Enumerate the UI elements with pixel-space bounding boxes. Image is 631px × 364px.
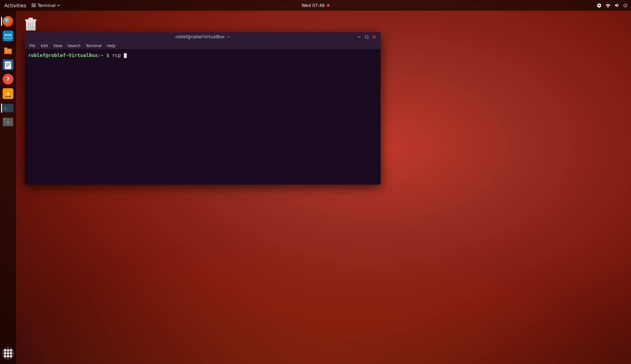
chevron-down-icon (57, 5, 60, 6)
terminal-menu-icon (32, 4, 36, 7)
svg-rect-24 (365, 36, 368, 38)
menu-file[interactable]: File (27, 43, 37, 48)
sidebar-item-amazon[interactable]: a (2, 87, 14, 100)
show-apps-grid (2, 347, 14, 360)
network-icon[interactable] (605, 3, 611, 7)
power-icon[interactable] (623, 3, 628, 8)
terminal-window: roblef@roblef-VirtualBox: ~ File E (25, 32, 381, 185)
volume-icon[interactable] (614, 3, 619, 8)
notification-dot (327, 4, 330, 7)
svg-text:$_: $_ (4, 106, 9, 111)
terminal-app-menu[interactable]: Terminal (32, 3, 60, 8)
amazon-icon: a (3, 88, 13, 99)
sidebar-item-writer[interactable] (2, 58, 14, 71)
activities-button[interactable]: Activities (3, 3, 27, 8)
prompt-user: roblef@roblef-VirtualBox (28, 52, 98, 58)
window-minimize-button[interactable] (355, 33, 363, 41)
sidebar-item-screenshot[interactable] (2, 116, 14, 129)
topbar-clock[interactable]: Wed 07:48 (301, 3, 329, 8)
menu-edit[interactable]: Edit (39, 43, 50, 48)
sidebar-item-help[interactable]: ? (2, 73, 14, 86)
prompt-dollar: $ (104, 52, 112, 58)
firefox-icon (3, 16, 13, 27)
desktop: Activities Terminal Wed 07:48 (0, 0, 631, 364)
topbar: Activities Terminal Wed 07:48 (0, 0, 631, 11)
sidebar-item-files[interactable] (2, 44, 14, 57)
svg-rect-7 (5, 62, 11, 69)
window-close-button[interactable] (370, 33, 378, 41)
svg-rect-0 (32, 4, 36, 4)
sidebar-item-firefox[interactable] (2, 15, 14, 28)
svg-rect-19 (29, 18, 33, 20)
help-icon: ? (3, 74, 13, 85)
svg-rect-4 (3, 30, 13, 41)
files-icon (3, 45, 13, 56)
menu-search[interactable]: Search (66, 43, 83, 48)
terminal-icon: $_ (3, 104, 13, 112)
sidebar-item-terminal[interactable]: $_ (2, 102, 14, 114)
terminal-cursor (124, 53, 127, 58)
terminal-title: roblef@roblef-VirtualBox: ~ (175, 35, 230, 39)
menu-terminal[interactable]: Terminal (84, 43, 104, 48)
terminal-titlebar: roblef@roblef-VirtualBox: ~ (25, 32, 381, 42)
sidebar-dock: ? a $_ (0, 11, 16, 364)
svg-rect-2 (32, 6, 36, 7)
settings-icon[interactable] (597, 3, 602, 8)
terminal-menubar: File Edit View Search Terminal Help (25, 42, 381, 49)
writer-icon (3, 59, 13, 70)
show-apps-button[interactable] (2, 347, 14, 360)
window-buttons (355, 33, 378, 41)
trash-icon (23, 15, 39, 33)
clock-time: Wed 07:48 (301, 3, 324, 8)
topbar-systray (597, 3, 628, 8)
svg-rect-18 (25, 19, 36, 21)
prompt-path: :~ (98, 52, 104, 58)
window-maximize-button[interactable] (363, 33, 370, 41)
thunderbird-icon (3, 30, 13, 41)
svg-text:a: a (7, 90, 9, 96)
topbar-app-name: Terminal (37, 3, 56, 8)
menu-help[interactable]: Help (105, 43, 118, 48)
sidebar-item-thunderbird[interactable] (2, 29, 14, 42)
svg-rect-1 (32, 5, 36, 6)
terminal-content[interactable]: roblef@roblef-VirtualBox:~ $ rcp (25, 49, 381, 185)
prompt-command: rcp (112, 52, 121, 58)
screenshot-icon (3, 118, 13, 127)
svg-point-15 (7, 121, 9, 123)
svg-rect-16 (4, 119, 5, 120)
svg-rect-23 (358, 37, 361, 37)
menu-view[interactable]: View (51, 43, 64, 48)
